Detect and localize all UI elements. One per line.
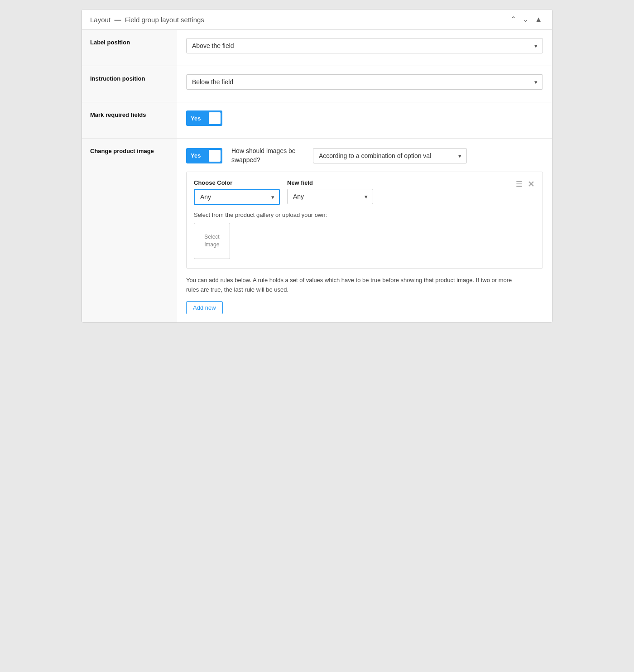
mark-required-label: Mark required fields: [82, 102, 177, 138]
mark-required-content: Yes: [177, 102, 552, 138]
select-image-label: Select image: [197, 233, 227, 249]
gallery-label: Select from the product gallery or uploa…: [194, 211, 535, 218]
instruction-position-label: Instruction position: [82, 66, 177, 102]
instruction-position-select[interactable]: Below the field Above the field Hidden: [186, 74, 543, 90]
title-sub: Field group layout settings: [125, 16, 204, 24]
rule-field1-label: Choose Color: [194, 179, 280, 186]
title-bold: Layout: [90, 16, 110, 24]
collapse-down-button[interactable]: ⌄: [521, 15, 530, 24]
rule-card-header: Choose Color Any Red Blue Green: [194, 179, 535, 205]
toggle-panel-button[interactable]: ▲: [533, 15, 544, 24]
label-position-content: Above the field Left of field Right of f…: [177, 30, 552, 66]
label-position-select[interactable]: Above the field Left of field Right of f…: [186, 38, 543, 53]
toggle-yes-label: Yes: [187, 115, 208, 122]
instruction-position-select-wrap: Below the field Above the field Hidden: [186, 74, 543, 90]
rule-field1-select-wrap: Any Red Blue Green: [194, 189, 280, 205]
rule-field1-select[interactable]: Any Red Blue Green: [194, 189, 280, 205]
change-product-image-content: Yes How should images be swapped? Accord…: [177, 139, 552, 322]
rule-field-group-2: New field Any Option 1 Option 2: [287, 179, 373, 205]
mark-required-row: Mark required fields Yes: [82, 102, 552, 139]
label-position-row: Label position Above the field Left of f…: [82, 30, 552, 66]
rule-card-actions: ☰ ✕: [515, 179, 535, 189]
info-text: You can add rules below. A rule holds a …: [186, 276, 521, 295]
change-image-toggle[interactable]: Yes: [186, 148, 222, 163]
swap-select-wrap: According to a combination of option val…: [313, 148, 467, 163]
change-image-knob: [209, 150, 221, 162]
mark-required-toggle-wrap: Yes: [186, 110, 543, 126]
rule-field2-select[interactable]: Any Option 1 Option 2: [287, 189, 373, 204]
swap-question: How should images be swapped?: [231, 147, 304, 164]
label-position-select-wrap: Above the field Left of field Right of f…: [186, 38, 543, 53]
collapse-up-button[interactable]: ⌃: [509, 15, 518, 24]
change-image-top: Yes How should images be swapped? Accord…: [186, 147, 543, 164]
mark-required-toggle[interactable]: Yes: [186, 110, 222, 126]
header-controls: ⌃ ⌄ ▲: [509, 15, 544, 24]
rule-field2-select-wrap: Any Option 1 Option 2: [287, 189, 373, 204]
settings-panel: Layout — Field group layout settings ⌃ ⌄…: [82, 9, 552, 323]
change-product-image-label: Change product image: [82, 139, 177, 322]
change-image-yes-label: Yes: [187, 152, 208, 159]
rule-fields: Choose Color Any Red Blue Green: [194, 179, 373, 205]
select-image-button[interactable]: Select image: [194, 223, 230, 259]
rule-field2-label: New field: [287, 179, 373, 186]
change-product-image-row: Change product image Yes How should imag…: [82, 139, 552, 322]
rule-remove-button[interactable]: ✕: [527, 179, 535, 189]
rule-card: Choose Color Any Red Blue Green: [186, 172, 543, 269]
label-position-label: Label position: [82, 30, 177, 66]
swap-method-select[interactable]: According to a combination of option val…: [313, 148, 467, 163]
panel-header: Layout — Field group layout settings ⌃ ⌄…: [82, 10, 552, 30]
rule-field-group-1: Choose Color Any Red Blue Green: [194, 179, 280, 205]
rule-reorder-button[interactable]: ☰: [515, 180, 523, 189]
toggle-knob: [209, 112, 221, 124]
add-new-button[interactable]: Add new: [186, 301, 223, 314]
panel-title: Layout — Field group layout settings: [90, 16, 204, 24]
instruction-position-row: Instruction position Below the field Abo…: [82, 66, 552, 102]
instruction-position-content: Below the field Above the field Hidden: [177, 66, 552, 102]
